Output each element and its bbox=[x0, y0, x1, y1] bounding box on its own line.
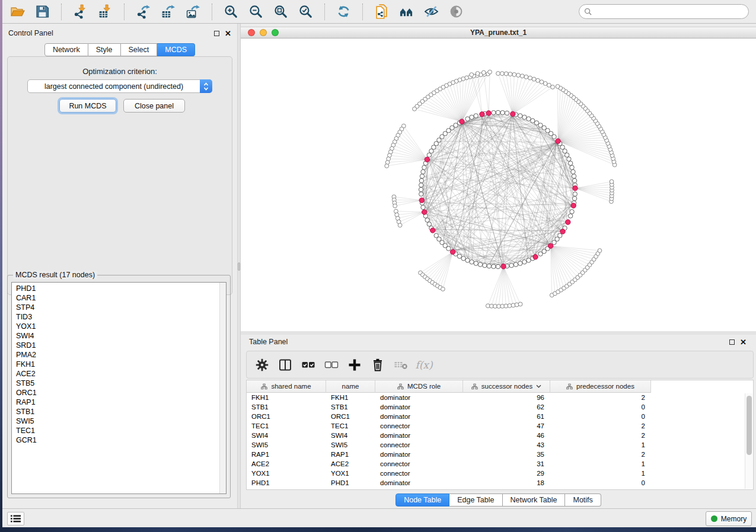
show-graphics-details-icon[interactable] bbox=[448, 4, 464, 20]
binoculars-icon[interactable] bbox=[398, 4, 414, 20]
network-leaf-node[interactable] bbox=[476, 72, 480, 76]
network-leaf-node[interactable] bbox=[528, 76, 532, 80]
network-leaf-node[interactable] bbox=[481, 70, 486, 75]
float-panel-icon[interactable] bbox=[214, 31, 219, 36]
network-node[interactable] bbox=[522, 259, 527, 264]
network-node[interactable] bbox=[518, 114, 522, 118]
network-mcds-node[interactable] bbox=[425, 157, 429, 162]
network-node[interactable] bbox=[461, 256, 465, 260]
table-row[interactable]: FKH1FKH1dominator962 bbox=[247, 393, 753, 402]
table-row[interactable]: ACE2ACE2connector311 bbox=[247, 459, 753, 469]
mcds-result-item[interactable]: PMA2 bbox=[12, 350, 219, 360]
network-leaf-node[interactable] bbox=[516, 73, 521, 78]
tab-network[interactable]: Network bbox=[44, 43, 88, 56]
tab-style[interactable]: Style bbox=[88, 43, 121, 56]
tab-select[interactable]: Select bbox=[121, 43, 158, 56]
network-mcds-node[interactable] bbox=[571, 203, 576, 208]
mcds-result-item[interactable]: GCR1 bbox=[12, 435, 219, 445]
network-leaf-node[interactable] bbox=[547, 83, 551, 87]
network-mcds-node[interactable] bbox=[501, 264, 506, 268]
network-node[interactable] bbox=[500, 111, 505, 115]
table-row[interactable]: RAP1RAP1dominator352 bbox=[247, 450, 753, 459]
mcds-result-item[interactable]: FKH1 bbox=[12, 360, 219, 369]
network-mcds-node[interactable] bbox=[548, 243, 553, 248]
network-node[interactable] bbox=[465, 117, 470, 121]
network-node[interactable] bbox=[572, 196, 576, 200]
network-node[interactable] bbox=[483, 263, 487, 267]
column-header-successor-nodes[interactable]: successor nodes bbox=[463, 380, 550, 393]
float-table-panel-icon[interactable] bbox=[729, 339, 735, 345]
column-header-mcds-role[interactable]: MCDS role bbox=[375, 380, 463, 393]
network-node[interactable] bbox=[572, 174, 576, 178]
network-node[interactable] bbox=[527, 117, 531, 121]
network-node[interactable] bbox=[492, 264, 496, 268]
export-network-icon[interactable] bbox=[135, 4, 151, 20]
network-node[interactable] bbox=[419, 187, 423, 191]
run-mcds-button[interactable]: Run MCDS bbox=[59, 99, 116, 113]
network-mcds-node[interactable] bbox=[511, 111, 515, 116]
network-node[interactable] bbox=[509, 263, 513, 267]
export-table-icon[interactable] bbox=[160, 4, 176, 20]
network-node[interactable] bbox=[420, 174, 424, 178]
network-node[interactable] bbox=[496, 264, 500, 268]
network-mcds-node[interactable] bbox=[533, 255, 538, 259]
table-row[interactable]: PHD1PHD1dominator180 bbox=[247, 478, 753, 488]
settings-gear-icon[interactable] bbox=[255, 358, 269, 372]
network-mcds-node[interactable] bbox=[560, 229, 565, 234]
tab-edge-table[interactable]: Edge Table bbox=[449, 493, 502, 507]
network-node[interactable] bbox=[558, 233, 562, 238]
zoom-in-icon[interactable] bbox=[223, 4, 239, 20]
open-file-icon[interactable] bbox=[9, 4, 25, 20]
network-mcds-node[interactable] bbox=[480, 112, 484, 117]
network-node[interactable] bbox=[457, 254, 461, 258]
network-node[interactable] bbox=[470, 115, 474, 119]
network-leaf-node[interactable] bbox=[610, 180, 614, 184]
network-node[interactable] bbox=[571, 169, 575, 174]
network-node[interactable] bbox=[568, 214, 572, 218]
mcds-result-item[interactable]: SWI5 bbox=[12, 416, 219, 426]
delete-column-icon[interactable] bbox=[371, 358, 385, 372]
network-node[interactable] bbox=[465, 258, 470, 262]
network-node[interactable] bbox=[572, 178, 576, 182]
search-field[interactable] bbox=[579, 4, 749, 19]
mcds-result-item[interactable]: RAP1 bbox=[12, 398, 219, 407]
network-mcds-node[interactable] bbox=[419, 198, 424, 203]
table-scrollbar[interactable] bbox=[745, 393, 752, 489]
network-leaf-node[interactable] bbox=[598, 249, 602, 253]
tab-node-table[interactable]: Node Table bbox=[395, 493, 449, 507]
table-row[interactable]: STB1STB1dominator620 bbox=[247, 402, 753, 412]
optimization-criterion-select[interactable]: largest connected component (undirected) bbox=[27, 79, 212, 93]
add-column-icon[interactable] bbox=[347, 358, 362, 372]
network-node[interactable] bbox=[522, 115, 527, 119]
task-history-button[interactable] bbox=[7, 512, 24, 525]
import-table-icon[interactable] bbox=[97, 4, 113, 20]
memory-button[interactable]: Memory bbox=[706, 511, 752, 526]
network-mcds-node[interactable] bbox=[486, 111, 491, 116]
import-network-icon[interactable] bbox=[72, 4, 88, 20]
mcds-result-item[interactable]: SWI4 bbox=[12, 331, 219, 341]
network-node[interactable] bbox=[446, 246, 451, 251]
network-node[interactable] bbox=[425, 218, 429, 222]
network-node[interactable] bbox=[564, 153, 569, 157]
column-header-shared-name[interactable]: shared name bbox=[247, 380, 326, 393]
splitter-handle[interactable] bbox=[238, 262, 240, 271]
network-leaf-node[interactable] bbox=[504, 72, 508, 76]
network-node[interactable] bbox=[470, 259, 474, 264]
network-leaf-node[interactable] bbox=[413, 107, 417, 111]
network-node[interactable] bbox=[487, 264, 491, 268]
table-row[interactable]: YOX1YOX1connector291 bbox=[247, 469, 753, 478]
table-row[interactable]: SWI5SWI5connector431 bbox=[247, 440, 753, 450]
network-node[interactable] bbox=[421, 169, 425, 174]
network-leaf-node[interactable] bbox=[398, 223, 402, 227]
network-mcds-node[interactable] bbox=[573, 186, 578, 191]
zoom-selected-icon[interactable] bbox=[298, 4, 314, 20]
tab-mcds[interactable]: MCDS bbox=[157, 43, 195, 56]
tab-network-table[interactable]: Network Table bbox=[503, 493, 566, 507]
column-header-predecessor-nodes[interactable]: predecessor nodes bbox=[550, 380, 651, 393]
mcds-result-item[interactable]: ORC1 bbox=[12, 388, 219, 398]
network-leaf-node[interactable] bbox=[496, 72, 500, 76]
network-node[interactable] bbox=[531, 118, 535, 123]
table-row[interactable]: ORC1ORC1dominator610 bbox=[247, 412, 753, 421]
network-node[interactable] bbox=[474, 261, 478, 265]
network-leaf-node[interactable] bbox=[500, 72, 504, 76]
